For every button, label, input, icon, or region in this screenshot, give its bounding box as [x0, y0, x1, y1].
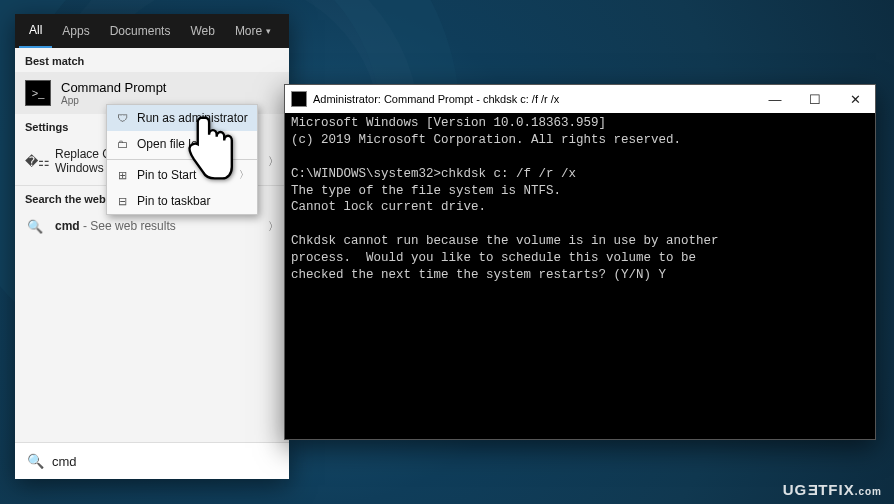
tab-web[interactable]: Web: [180, 14, 224, 48]
maximize-button[interactable]: ☐: [795, 85, 835, 113]
start-search-panel: All Apps Documents Web More ▾ Best match…: [15, 14, 289, 479]
window-title: Administrator: Command Prompt - chkdsk c…: [313, 93, 559, 105]
spacer: [15, 243, 289, 442]
search-filter-tabs: All Apps Documents Web More ▾: [15, 14, 289, 48]
watermark: UGETFIX.com: [783, 481, 882, 498]
shield-admin-icon: 🛡: [115, 112, 129, 124]
pin-icon: ⊞: [115, 169, 129, 182]
minimize-button[interactable]: ―: [755, 85, 795, 113]
command-prompt-window: Administrator: Command Prompt - chkdsk c…: [284, 84, 876, 440]
web-query: cmd: [55, 219, 80, 233]
command-prompt-icon: >_: [25, 80, 51, 106]
chevron-right-icon: 〉: [239, 168, 249, 182]
tab-documents[interactable]: Documents: [100, 14, 181, 48]
search-icon: 🔍: [27, 453, 44, 469]
folder-icon: 🗀: [115, 138, 129, 150]
chevron-right-icon: 〉: [268, 219, 279, 234]
ctx-pin-to-taskbar[interactable]: ⊟ Pin to taskbar: [107, 188, 257, 214]
tab-more-label: More: [235, 24, 262, 38]
search-icon: 🔍: [25, 219, 45, 234]
tab-apps[interactable]: Apps: [52, 14, 99, 48]
web-result-text: cmd - See web results: [55, 219, 176, 233]
web-suffix: - See web results: [80, 219, 176, 233]
tab-all[interactable]: All: [19, 14, 52, 48]
cmd-app-icon: [291, 91, 307, 107]
close-button[interactable]: ✕: [835, 85, 875, 113]
chevron-right-icon: 〉: [268, 154, 279, 169]
terminal-output[interactable]: Microsoft Windows [Version 10.0.18363.95…: [285, 113, 875, 439]
chevron-down-icon: ▾: [266, 26, 271, 36]
search-input[interactable]: cmd: [52, 454, 77, 469]
ctx-label: Pin to taskbar: [137, 194, 210, 208]
best-match-text: Command Prompt App: [61, 80, 166, 106]
pin-icon: ⊟: [115, 195, 129, 208]
title-bar[interactable]: Administrator: Command Prompt - chkdsk c…: [285, 85, 875, 113]
search-bar[interactable]: 🔍 cmd: [15, 442, 289, 479]
best-match-label: Best match: [15, 48, 289, 72]
app-name: Command Prompt: [61, 80, 166, 95]
cursor-hand-icon: [182, 114, 240, 188]
desktop: All Apps Documents Web More ▾ Best match…: [0, 0, 894, 504]
tab-more[interactable]: More ▾: [225, 14, 281, 48]
settings-toggle-icon: �⚏: [25, 154, 45, 169]
